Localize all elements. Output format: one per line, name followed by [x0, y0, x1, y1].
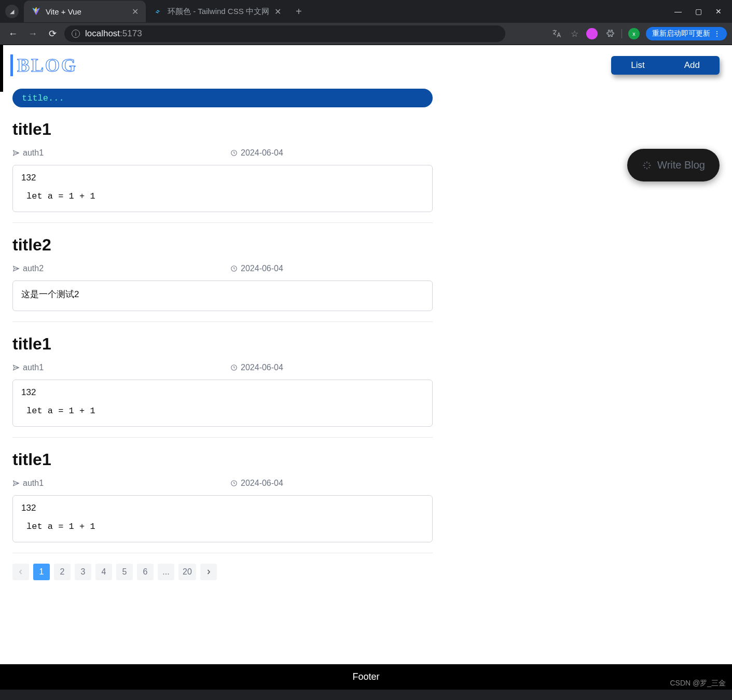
relaunch-button[interactable]: 重新启动即可更新 ⋮ — [646, 27, 727, 40]
pagination-page[interactable]: 2 — [54, 564, 71, 580]
post-date: 2024-06-04 — [230, 479, 283, 488]
post-title: title1 — [12, 334, 433, 354]
pagination-page[interactable]: 5 — [116, 564, 133, 580]
post-title: title1 — [12, 450, 433, 469]
search-input[interactable] — [22, 93, 423, 103]
post-meta: auth1 2024-06-04 — [12, 479, 433, 488]
post-code: let a = 1 + 1 — [26, 191, 424, 201]
page-content: BLOG List Add title1 auth1 2024-06-04 13… — [0, 45, 732, 690]
address-bar: ← → ⟳ i localhost:5173 ☆ x 重新启动即可更新 ⋮ — [0, 23, 732, 45]
site-info-icon[interactable]: i — [72, 30, 80, 38]
back-button[interactable]: ← — [5, 26, 21, 41]
post-item: title1 auth1 2024-06-04 132 let a = 1 + … — [12, 322, 433, 438]
post-code: let a = 1 + 1 — [26, 406, 424, 416]
post-item: title1 auth1 2024-06-04 132 let a = 1 + … — [12, 107, 433, 223]
send-icon — [12, 149, 20, 157]
search-bar — [12, 89, 433, 107]
pagination-page[interactable]: 4 — [95, 564, 112, 580]
send-icon — [12, 364, 20, 371]
reload-button[interactable]: ⟳ — [45, 26, 60, 41]
post-body: 这是一个测试2 — [12, 281, 433, 311]
post-meta: auth2 2024-06-04 — [12, 264, 433, 273]
nav-list[interactable]: List — [611, 56, 664, 75]
pagination-page[interactable]: 20 — [178, 564, 196, 580]
divider — [621, 29, 622, 38]
post-date: 2024-06-04 — [230, 264, 283, 273]
browser-tab-active[interactable]: Vite + Vue ✕ — [24, 1, 146, 22]
tailwind-icon — [153, 7, 162, 16]
close-window-icon[interactable]: ✕ — [715, 7, 722, 16]
post-date: 2024-06-04 — [230, 148, 283, 158]
post-author: auth1 — [12, 148, 44, 158]
sparkle-icon — [642, 160, 652, 171]
pagination-next[interactable] — [200, 564, 217, 580]
page-header: BLOG List Add — [0, 45, 732, 89]
forward-button[interactable]: → — [25, 26, 40, 41]
vite-icon — [31, 7, 40, 16]
browser-tab[interactable]: 环颜色 - Tailwind CSS 中文网 ✕ — [146, 1, 288, 22]
tab-title: Vite + Vue — [46, 7, 81, 16]
post-item: title1 auth1 2024-06-04 132 let a = 1 + … — [12, 438, 433, 553]
clock-icon — [230, 149, 238, 157]
extensions-icon[interactable] — [604, 28, 615, 39]
url-input[interactable]: i localhost:5173 — [64, 25, 505, 42]
clock-icon — [230, 480, 238, 487]
profile-avatar[interactable] — [586, 28, 598, 39]
post-body: 132 let a = 1 + 1 — [12, 495, 433, 542]
bookmark-icon[interactable]: ☆ — [569, 28, 580, 39]
tab-strip: ◢ Vite + Vue ✕ 环颜色 - Tailwind CSS 中文网 ✕ … — [0, 0, 732, 23]
site-logo: BLOG — [10, 54, 77, 76]
page-footer: Footer — [0, 664, 732, 690]
send-icon — [12, 480, 20, 487]
post-meta: auth1 2024-06-04 — [12, 148, 433, 158]
url-port: :5173 — [120, 29, 142, 38]
write-blog-button[interactable]: Write Blog — [627, 149, 720, 181]
url-host: localhost — [85, 29, 120, 38]
pagination-ellipsis[interactable]: ... — [158, 564, 174, 580]
pagination-page[interactable]: 3 — [75, 564, 91, 580]
new-tab-button[interactable]: + — [288, 6, 309, 18]
tab-search-button[interactable]: ◢ — [5, 5, 19, 18]
post-author: auth2 — [12, 264, 44, 273]
kebab-icon: ⋮ — [713, 30, 721, 38]
minimize-icon[interactable]: — — [674, 7, 682, 16]
clock-icon — [230, 364, 238, 371]
post-body: 132 let a = 1 + 1 — [12, 165, 433, 212]
post-text: 132 — [21, 503, 424, 513]
post-author: auth1 — [12, 479, 44, 488]
post-title: title2 — [12, 235, 433, 255]
pagination-prev[interactable] — [12, 564, 29, 580]
header-nav: List Add — [611, 56, 720, 75]
tab-title: 环颜色 - Tailwind CSS 中文网 — [168, 7, 269, 17]
post-item: title2 auth2 2024-06-04 这是一个测试2 — [12, 223, 433, 322]
user-avatar[interactable]: x — [628, 28, 640, 39]
post-meta: auth1 2024-06-04 — [12, 363, 433, 372]
post-text: 132 — [21, 387, 424, 398]
send-icon — [12, 265, 20, 272]
post-text: 这是一个测试2 — [21, 288, 424, 300]
close-icon[interactable]: ✕ — [274, 7, 281, 17]
nav-add[interactable]: Add — [665, 56, 720, 75]
pagination: 123456...20 — [12, 553, 433, 586]
maximize-icon[interactable]: ▢ — [695, 7, 702, 16]
watermark: CSDN @罗_三金 — [670, 679, 726, 688]
write-blog-label: Write Blog — [657, 159, 705, 171]
translate-icon[interactable] — [551, 28, 562, 39]
post-date: 2024-06-04 — [230, 363, 283, 372]
post-body: 132 let a = 1 + 1 — [12, 380, 433, 427]
window-controls: — ▢ ✕ — [674, 7, 732, 16]
post-code: let a = 1 + 1 — [26, 522, 424, 531]
post-author: auth1 — [12, 363, 44, 372]
post-title: title1 — [12, 120, 433, 139]
close-icon[interactable]: ✕ — [132, 7, 139, 17]
pagination-page[interactable]: 1 — [33, 564, 50, 580]
browser-chrome: ◢ Vite + Vue ✕ 环颜色 - Tailwind CSS 中文网 ✕ … — [0, 0, 732, 45]
pagination-page[interactable]: 6 — [137, 564, 154, 580]
clock-icon — [230, 265, 238, 272]
post-text: 132 — [21, 173, 424, 183]
